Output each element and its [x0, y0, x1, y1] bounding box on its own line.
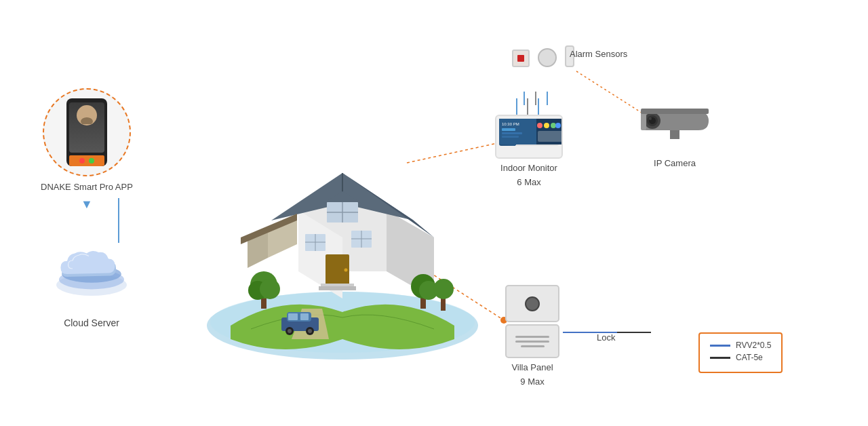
villa-panel-section: Villa Panel 9 Max — [505, 285, 559, 387]
villa-panel-sub: 9 Max — [520, 376, 544, 387]
indoor-monitor-label: Indoor Monitor — [500, 163, 557, 173]
camera-svg — [637, 102, 712, 139]
alarm-sensors-label: Alarm Sensors — [570, 49, 627, 59]
phone-call-bar — [69, 155, 104, 166]
ip-camera-label: IP Camera — [654, 158, 696, 168]
indoor-monitor-sub: 6 Max — [517, 177, 540, 187]
phone-icon — [66, 98, 107, 166]
villa-panel-top — [505, 285, 559, 322]
sensor-square — [512, 50, 530, 67]
arrow-down-icon: ▼ — [81, 197, 93, 212]
svg-rect-59 — [502, 136, 519, 138]
alarm-sensors-group: Alarm Sensors — [512, 45, 574, 67]
phone-screen — [69, 102, 104, 153]
svg-point-31 — [344, 269, 348, 272]
legend-line-dark — [710, 357, 730, 359]
legend-rvv-label: RVV2*0.5 — [736, 341, 771, 350]
svg-point-11 — [82, 109, 92, 118]
svg-point-62 — [551, 123, 556, 128]
legend-item-cat5: CAT-5e — [710, 353, 771, 362]
house-section — [197, 68, 488, 360]
svg-point-12 — [81, 117, 93, 124]
diagram-container: DNAKE Smart Pro APP ▼ Cloud Server — [0, 0, 868, 426]
svg-rect-48 — [441, 297, 446, 311]
indoor-monitor-section: 10:30 PM Indoor Monitor 6 Max — [495, 98, 563, 187]
legend-cat5-label: CAT-5e — [736, 353, 763, 362]
cloud-svg — [41, 244, 142, 298]
monitor-device: 10:30 PM — [495, 115, 563, 159]
svg-text:10:30 PM: 10:30 PM — [502, 122, 519, 126]
cloud-icon — [41, 244, 142, 312]
svg-point-60 — [537, 123, 542, 128]
app-label: DNAKE Smart Pro APP — [41, 182, 133, 192]
svg-rect-20 — [288, 313, 298, 320]
app-section: DNAKE Smart Pro APP ▼ — [41, 88, 133, 212]
svg-point-49 — [433, 279, 454, 299]
svg-rect-58 — [502, 132, 522, 134]
villa-panel-bottom — [505, 324, 559, 358]
cloud-label: Cloud Server — [64, 317, 119, 328]
svg-rect-21 — [300, 313, 309, 320]
svg-point-23 — [288, 329, 292, 333]
svg-point-69 — [649, 117, 652, 120]
svg-rect-64 — [538, 131, 562, 142]
svg-rect-57 — [502, 128, 515, 131]
panel-camera — [525, 296, 540, 311]
lock-section: Lock — [597, 331, 615, 343]
camera-body-wrapper — [637, 102, 712, 139]
cloud-section: Cloud Server — [41, 244, 142, 328]
svg-point-63 — [555, 123, 561, 128]
phone-circle — [43, 88, 131, 176]
svg-rect-33 — [319, 286, 356, 290]
svg-rect-70 — [641, 112, 646, 130]
legend-section: RVV2*0.5 CAT-5e — [698, 332, 783, 373]
villa-panel-label: Villa Panel — [511, 362, 553, 372]
lock-label: Lock — [597, 332, 615, 343]
sensor-round — [538, 48, 557, 67]
face-avatar — [77, 105, 97, 125]
sensor-wires — [516, 98, 539, 115]
svg-point-61 — [544, 123, 549, 128]
svg-rect-65 — [670, 130, 679, 139]
house-svg — [197, 68, 488, 360]
svg-point-44 — [260, 279, 280, 299]
ip-camera-section: IP Camera — [637, 102, 712, 168]
svg-point-25 — [308, 329, 312, 333]
svg-rect-71 — [641, 109, 709, 114]
monitor-screen: 10:30 PM — [499, 119, 559, 146]
legend-line-blue — [710, 345, 730, 347]
legend-item-rvv: RVV2*0.5 — [710, 341, 771, 350]
